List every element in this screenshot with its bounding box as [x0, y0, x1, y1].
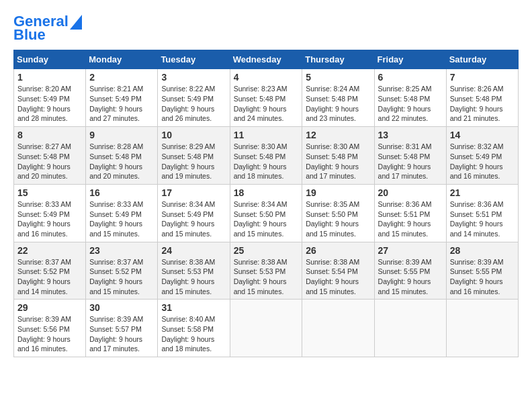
calendar-cell: 9Sunrise: 8:28 AMSunset: 5:48 PMDaylight…	[86, 127, 158, 185]
day-number: 10	[161, 130, 226, 140]
calendar-cell: 29Sunrise: 8:39 AMSunset: 5:56 PMDayligh…	[14, 300, 86, 357]
day-info: Sunrise: 8:29 AMSunset: 5:48 PMDaylight:…	[161, 142, 226, 181]
day-info: Sunrise: 8:30 AMSunset: 5:48 PMDaylight:…	[306, 142, 370, 181]
calendar-cell: 17Sunrise: 8:34 AMSunset: 5:49 PMDayligh…	[158, 184, 230, 242]
day-number: 31	[161, 302, 226, 313]
logo: General Blue	[13, 13, 82, 43]
day-number: 13	[378, 130, 443, 140]
day-info: Sunrise: 8:26 AMSunset: 5:48 PMDaylight:…	[450, 84, 515, 124]
calendar-cell: 10Sunrise: 8:29 AMSunset: 5:48 PMDayligh…	[158, 127, 230, 185]
day-number: 24	[161, 245, 226, 256]
day-info: Sunrise: 8:33 AMSunset: 5:49 PMDaylight:…	[89, 199, 154, 239]
day-number: 3	[161, 72, 226, 83]
calendar-cell	[302, 300, 374, 357]
day-info: Sunrise: 8:31 AMSunset: 5:48 PMDaylight:…	[378, 142, 443, 181]
day-number: 30	[89, 302, 154, 313]
calendar-cell: 12Sunrise: 8:30 AMSunset: 5:48 PMDayligh…	[302, 127, 374, 185]
calendar-cell: 11Sunrise: 8:30 AMSunset: 5:48 PMDayligh…	[230, 127, 302, 185]
calendar-table: SundayMondayTuesdayWednesdayThursdayFrid…	[13, 50, 519, 357]
dow-header: Wednesday	[230, 50, 302, 69]
logo-triangle-icon	[70, 15, 82, 30]
day-number: 16	[89, 187, 154, 198]
dow-header: Tuesday	[158, 50, 230, 69]
day-number: 6	[378, 72, 443, 83]
svg-marker-0	[70, 15, 82, 30]
day-info: Sunrise: 8:36 AMSunset: 5:51 PMDaylight:…	[378, 199, 443, 239]
day-info: Sunrise: 8:38 AMSunset: 5:54 PMDaylight:…	[306, 257, 370, 297]
day-number: 19	[306, 187, 370, 198]
logo-blue-text: Blue	[13, 27, 46, 43]
calendar-cell: 15Sunrise: 8:33 AMSunset: 5:49 PMDayligh…	[14, 184, 86, 242]
page-header: General Blue	[13, 13, 519, 43]
day-info: Sunrise: 8:34 AMSunset: 5:49 PMDaylight:…	[161, 199, 226, 239]
day-info: Sunrise: 8:32 AMSunset: 5:49 PMDaylight:…	[450, 142, 515, 181]
day-number: 1	[17, 72, 82, 83]
calendar-cell	[230, 300, 302, 357]
calendar-cell: 1Sunrise: 8:20 AMSunset: 5:49 PMDaylight…	[14, 69, 86, 127]
day-info: Sunrise: 8:37 AMSunset: 5:52 PMDaylight:…	[17, 257, 82, 297]
day-number: 26	[306, 245, 370, 256]
calendar-cell: 2Sunrise: 8:21 AMSunset: 5:49 PMDaylight…	[86, 69, 158, 127]
day-number: 4	[234, 72, 299, 83]
calendar-cell: 13Sunrise: 8:31 AMSunset: 5:48 PMDayligh…	[374, 127, 446, 185]
day-number: 23	[89, 245, 154, 256]
calendar-cell: 3Sunrise: 8:22 AMSunset: 5:49 PMDaylight…	[158, 69, 230, 127]
calendar-cell: 25Sunrise: 8:38 AMSunset: 5:53 PMDayligh…	[230, 242, 302, 300]
day-info: Sunrise: 8:39 AMSunset: 5:56 PMDaylight:…	[17, 314, 82, 354]
dow-header: Sunday	[14, 50, 86, 69]
day-info: Sunrise: 8:37 AMSunset: 5:52 PMDaylight:…	[89, 257, 154, 297]
day-info: Sunrise: 8:39 AMSunset: 5:55 PMDaylight:…	[378, 257, 443, 297]
day-info: Sunrise: 8:23 AMSunset: 5:48 PMDaylight:…	[234, 84, 299, 124]
day-number: 11	[234, 130, 299, 140]
day-info: Sunrise: 8:39 AMSunset: 5:57 PMDaylight:…	[89, 314, 154, 354]
day-number: 17	[161, 187, 226, 198]
calendar-cell	[374, 300, 446, 357]
dow-header: Saturday	[446, 50, 518, 69]
day-info: Sunrise: 8:36 AMSunset: 5:51 PMDaylight:…	[450, 199, 515, 239]
calendar-cell: 20Sunrise: 8:36 AMSunset: 5:51 PMDayligh…	[374, 184, 446, 242]
calendar-cell: 31Sunrise: 8:40 AMSunset: 5:58 PMDayligh…	[158, 300, 230, 357]
day-info: Sunrise: 8:21 AMSunset: 5:49 PMDaylight:…	[89, 84, 154, 124]
day-number: 15	[17, 187, 82, 198]
day-info: Sunrise: 8:24 AMSunset: 5:48 PMDaylight:…	[306, 84, 370, 124]
day-number: 5	[306, 72, 370, 83]
day-info: Sunrise: 8:22 AMSunset: 5:49 PMDaylight:…	[161, 84, 226, 124]
calendar-cell: 28Sunrise: 8:39 AMSunset: 5:55 PMDayligh…	[446, 242, 518, 300]
day-number: 8	[17, 130, 82, 140]
day-number: 9	[89, 130, 154, 140]
calendar-cell: 8Sunrise: 8:27 AMSunset: 5:48 PMDaylight…	[14, 127, 86, 185]
dow-header: Thursday	[302, 50, 374, 69]
calendar-cell: 19Sunrise: 8:35 AMSunset: 5:50 PMDayligh…	[302, 184, 374, 242]
calendar-cell: 18Sunrise: 8:34 AMSunset: 5:50 PMDayligh…	[230, 184, 302, 242]
calendar-cell: 4Sunrise: 8:23 AMSunset: 5:48 PMDaylight…	[230, 69, 302, 127]
day-info: Sunrise: 8:27 AMSunset: 5:48 PMDaylight:…	[17, 142, 82, 181]
day-number: 7	[450, 72, 515, 83]
day-info: Sunrise: 8:20 AMSunset: 5:49 PMDaylight:…	[17, 84, 82, 124]
calendar-cell: 7Sunrise: 8:26 AMSunset: 5:48 PMDaylight…	[446, 69, 518, 127]
day-info: Sunrise: 8:40 AMSunset: 5:58 PMDaylight:…	[161, 314, 226, 354]
day-number: 22	[17, 245, 82, 256]
calendar-cell: 21Sunrise: 8:36 AMSunset: 5:51 PMDayligh…	[446, 184, 518, 242]
day-number: 12	[306, 130, 370, 140]
calendar-cell: 27Sunrise: 8:39 AMSunset: 5:55 PMDayligh…	[374, 242, 446, 300]
calendar-cell: 16Sunrise: 8:33 AMSunset: 5:49 PMDayligh…	[86, 184, 158, 242]
day-info: Sunrise: 8:38 AMSunset: 5:53 PMDaylight:…	[234, 257, 299, 297]
calendar-cell: 6Sunrise: 8:25 AMSunset: 5:48 PMDaylight…	[374, 69, 446, 127]
calendar-cell: 26Sunrise: 8:38 AMSunset: 5:54 PMDayligh…	[302, 242, 374, 300]
day-number: 18	[234, 187, 299, 198]
day-info: Sunrise: 8:39 AMSunset: 5:55 PMDaylight:…	[450, 257, 515, 297]
day-number: 20	[378, 187, 443, 198]
day-info: Sunrise: 8:34 AMSunset: 5:50 PMDaylight:…	[234, 199, 299, 239]
day-number: 29	[17, 302, 82, 313]
calendar-cell: 22Sunrise: 8:37 AMSunset: 5:52 PMDayligh…	[14, 242, 86, 300]
day-info: Sunrise: 8:28 AMSunset: 5:48 PMDaylight:…	[89, 142, 154, 181]
day-number: 21	[450, 187, 515, 198]
calendar-cell: 24Sunrise: 8:38 AMSunset: 5:53 PMDayligh…	[158, 242, 230, 300]
dow-header: Friday	[374, 50, 446, 69]
day-info: Sunrise: 8:35 AMSunset: 5:50 PMDaylight:…	[306, 199, 370, 239]
calendar-cell: 14Sunrise: 8:32 AMSunset: 5:49 PMDayligh…	[446, 127, 518, 185]
day-number: 2	[89, 72, 154, 83]
dow-header: Monday	[86, 50, 158, 69]
day-info: Sunrise: 8:25 AMSunset: 5:48 PMDaylight:…	[378, 84, 443, 124]
day-info: Sunrise: 8:38 AMSunset: 5:53 PMDaylight:…	[161, 257, 226, 297]
